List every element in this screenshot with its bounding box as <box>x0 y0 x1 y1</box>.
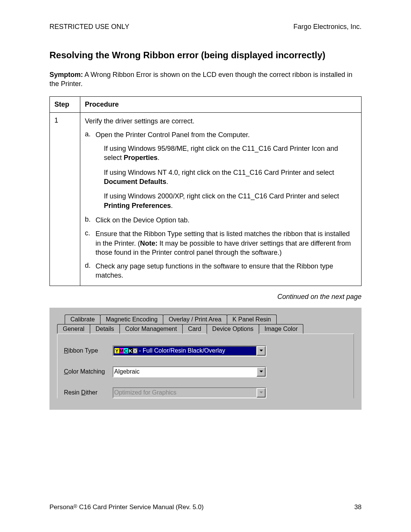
header-procedure: Procedure <box>80 96 362 112</box>
header-step: Step <box>50 96 80 112</box>
resin-dither-label: Resin Dither <box>64 389 113 396</box>
ribbon-type-row: Ribbon Type YMCKO - Full Color/Resin Bla… <box>64 345 347 356</box>
page-footer: Persona® C16 Card Printer Service Manual… <box>49 503 362 511</box>
page-title: Resolving the Wrong Ribbon error (being … <box>49 50 362 61</box>
item-a: a. Open the Printer Control Panel from t… <box>85 130 357 139</box>
tab-color-management[interactable]: Color Management <box>119 324 183 334</box>
header-right: Fargo Electronics, Inc. <box>293 23 362 31</box>
tab-k-panel-resin[interactable]: K Panel Resin <box>227 315 277 324</box>
verify-line: Verify the driver settings are correct. <box>85 117 357 126</box>
ribbon-type-label: Ribbon Type <box>64 347 113 354</box>
device-options-panel: Ribbon Type YMCKO - Full Color/Resin Bla… <box>57 334 354 398</box>
header-left: RESTRICTED USE ONLY <box>49 23 129 31</box>
tab-calibrate[interactable]: Calibrate <box>65 315 100 324</box>
driver-settings-dialog: Calibrate Magnetic Encoding Overlay / Pr… <box>49 308 362 410</box>
chevron-down-icon[interactable] <box>256 367 266 377</box>
tab-general[interactable]: General <box>57 324 90 334</box>
item-a-sub3: If using Windows 2000/XP, right click on… <box>104 192 357 210</box>
color-matching-label: Color Matching <box>64 368 113 375</box>
step-number: 1 <box>50 112 80 286</box>
item-b: b. Click on the Device Option tab. <box>85 216 357 225</box>
color-matching-value: Algebraic <box>113 367 256 377</box>
page-number: 38 <box>354 503 362 511</box>
resin-dither-row: Resin Dither Optimized for Graphics <box>64 387 347 398</box>
resin-dither-dropdown: Optimized for Graphics <box>113 387 266 398</box>
color-matching-row: Color Matching Algebraic <box>64 366 347 377</box>
tab-row-front: General Details Color Management Card De… <box>57 324 354 334</box>
resin-dither-value: Optimized for Graphics <box>113 388 256 398</box>
page-header: RESTRICTED USE ONLY Fargo Electronics, I… <box>49 23 362 31</box>
footer-left: Persona® C16 Card Printer Service Manual… <box>49 503 204 511</box>
tab-overlay-print-area[interactable]: Overlay / Print Area <box>163 315 227 324</box>
tab-details[interactable]: Details <box>90 324 120 334</box>
chevron-down-icon <box>256 388 266 398</box>
symptom-text: A Wrong Ribbon Error is shown on the LCD… <box>49 71 352 88</box>
ymcko-icon: YMCKO <box>115 348 137 353</box>
item-a-sub1: If using Windows 95/98/ME, right click o… <box>104 144 357 163</box>
tab-row-back: Calibrate Magnetic Encoding Overlay / Pr… <box>65 315 354 324</box>
ribbon-type-dropdown[interactable]: YMCKO - Full Color/Resin Black/Overlay <box>113 345 266 356</box>
tab-device-options[interactable]: Device Options <box>207 324 260 334</box>
procedure-cell: Verify the driver settings are correct. … <box>80 112 362 286</box>
ribbon-type-value: YMCKO - Full Color/Resin Black/Overlay <box>113 346 256 356</box>
color-matching-dropdown[interactable]: Algebraic <box>113 366 266 377</box>
symptom-paragraph: Symptom: A Wrong Ribbon Error is shown o… <box>49 70 362 89</box>
tab-image-color[interactable]: Image Color <box>259 324 303 334</box>
item-d: d. Check any page setup functions in the… <box>85 262 357 280</box>
tab-card[interactable]: Card <box>182 324 207 334</box>
item-a-sub2: If using Windows NT 4.0, right click on … <box>104 168 357 187</box>
procedure-table: Step Procedure 1 Verify the driver setti… <box>49 96 362 286</box>
continued-note: Continued on the next page <box>49 293 362 301</box>
tab-magnetic-encoding[interactable]: Magnetic Encoding <box>100 315 163 324</box>
item-c: c. Ensure that the Ribbon Type setting t… <box>85 229 357 257</box>
symptom-label: Symptom: <box>49 71 83 78</box>
chevron-down-icon[interactable] <box>256 346 266 356</box>
